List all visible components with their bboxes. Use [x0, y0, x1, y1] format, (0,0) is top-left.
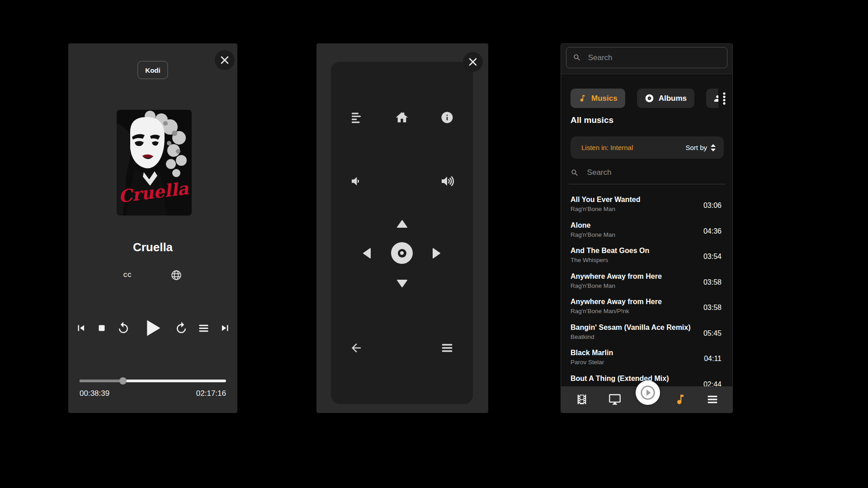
total-time: 02:17:16	[196, 389, 226, 398]
tabs-overflow-button[interactable]	[719, 89, 729, 108]
home-button[interactable]	[393, 108, 411, 127]
song-row[interactable]: Anywhere Away from HereRag'n'Bone Man/P!…	[561, 295, 732, 320]
remote-top-row	[347, 108, 456, 127]
song-row[interactable]: AloneRag'n'Bone Man04:36	[561, 218, 732, 244]
song-artist: Rag'n'Bone Man/P!nk	[571, 308, 693, 314]
song-artist: Rag'n'Bone Man	[571, 231, 693, 238]
skip-next-icon	[219, 322, 231, 334]
tv-monitor-icon	[609, 393, 621, 406]
library-tabs: Musics Albums Artists	[571, 89, 718, 108]
dpad-up-button[interactable]	[396, 220, 408, 228]
now-playing-fab[interactable]	[636, 380, 660, 405]
subtitles-button[interactable]: CC	[123, 272, 132, 278]
song-row[interactable]: Anywhere Away from HereRag'n'Bone Man03:…	[561, 269, 732, 295]
dpad-select-icon	[398, 249, 406, 258]
song-title: Bangin' Sesam (Vanilla Ace Remix)	[571, 324, 693, 332]
dpad-left-button[interactable]	[363, 248, 371, 259]
menu-icon	[440, 341, 454, 355]
artists-people-icon	[714, 93, 718, 104]
home-icon	[395, 110, 409, 125]
info-icon	[440, 111, 454, 124]
stop-icon	[96, 323, 107, 333]
play-icon	[140, 315, 165, 341]
playlist-menu-icon	[198, 322, 210, 334]
nav-more-button[interactable]	[703, 390, 722, 408]
song-duration: 03:58	[703, 278, 722, 286]
tab-artists[interactable]: Artists	[706, 89, 718, 108]
song-title: Anywhere Away from Here	[571, 298, 693, 306]
close-icon	[468, 57, 478, 67]
song-row[interactable]: And The Beat Goes OnThe Whispers03:54	[561, 244, 732, 269]
dpad-up-icon	[396, 220, 408, 228]
list-filter-input[interactable]	[586, 168, 723, 178]
cc-icon: CC	[123, 272, 132, 278]
song-title: Anywhere Away from Here	[571, 272, 693, 281]
movie-poster: Cruella	[117, 110, 192, 216]
rewind-button[interactable]	[117, 321, 130, 335]
close-button[interactable]	[463, 52, 483, 72]
cruella-poster-art: Cruella	[117, 110, 192, 216]
nav-movies-button[interactable]	[573, 390, 591, 408]
list-divider	[569, 184, 726, 184]
skip-previous-button[interactable]	[75, 322, 87, 334]
song-duration: 05:45	[703, 329, 722, 338]
stop-button[interactable]	[96, 323, 107, 333]
song-title: All You Ever Wanted	[571, 196, 693, 204]
remote-panel	[316, 43, 488, 413]
kodi-host-chip[interactable]: Kodi	[137, 61, 168, 79]
skip-next-button[interactable]	[219, 322, 231, 334]
close-icon	[220, 55, 230, 65]
song-artist: Beatkind	[571, 333, 693, 340]
sort-by-button[interactable]: Sort by	[685, 144, 716, 151]
tab-albums[interactable]: Albums	[637, 89, 694, 108]
dpad-down-button[interactable]	[396, 279, 408, 288]
song-title: Bout A Thing (Extended Mix)	[571, 375, 693, 383]
dpad-left-icon	[363, 248, 371, 259]
global-search-input[interactable]	[587, 53, 721, 63]
globe-icon	[170, 269, 182, 281]
search-icon	[571, 168, 579, 178]
song-artist: Rag'n'Bone Man	[571, 282, 693, 289]
nav-music-button[interactable]	[671, 390, 689, 408]
volume-up-button[interactable]	[438, 172, 456, 190]
dpad-select-button[interactable]	[391, 242, 413, 264]
song-row[interactable]: Bangin' Sesam (Vanilla Ace Remix)Beatkin…	[561, 320, 732, 346]
volume-row	[347, 172, 456, 190]
tab-musics-label: Musics	[591, 94, 618, 103]
audio-language-button[interactable]	[170, 269, 182, 281]
desktop-background: Kodi Cruella	[0, 0, 868, 488]
song-title: Alone	[571, 221, 693, 230]
library-header	[561, 44, 732, 74]
song-artist: The Whispers	[571, 257, 693, 263]
song-row[interactable]: Black MarlinParov Stelar04:11	[561, 346, 732, 371]
seek-thumb[interactable]	[119, 377, 127, 385]
nav-tv-button[interactable]	[606, 390, 624, 408]
list-filter-box[interactable]	[571, 164, 723, 182]
filmstrip-icon	[576, 393, 588, 406]
context-menu-button[interactable]	[438, 339, 456, 357]
remote-pad	[331, 62, 473, 404]
remote-bottom-row	[347, 339, 456, 357]
queue-button[interactable]	[347, 108, 365, 127]
info-button[interactable]	[438, 108, 456, 127]
music-note-icon	[578, 94, 587, 103]
close-button[interactable]	[215, 50, 235, 70]
song-title: And The Beat Goes On	[571, 247, 693, 255]
volume-down-button[interactable]	[347, 172, 365, 190]
song-title: Black Marlin	[571, 349, 693, 357]
listen-in-button[interactable]: Listen in: Internal	[581, 144, 633, 151]
forward-button[interactable]	[175, 321, 188, 335]
back-button[interactable]	[347, 339, 365, 357]
global-search-box[interactable]	[566, 47, 727, 68]
seek-bar[interactable]	[80, 378, 226, 384]
tab-albums-label: Albums	[659, 94, 687, 103]
kodi-host-label: Kodi	[145, 66, 160, 74]
transport-controls	[68, 314, 237, 343]
kebab-dots-icon	[723, 92, 726, 105]
tab-musics[interactable]: Musics	[571, 89, 625, 108]
song-row[interactable]: All You Ever WantedRag'n'Bone Man03:06	[561, 192, 732, 218]
playlist-button[interactable]	[198, 322, 210, 334]
hamburger-menu-icon	[706, 393, 719, 406]
dpad-right-button[interactable]	[432, 248, 441, 259]
play-button[interactable]	[140, 315, 165, 341]
